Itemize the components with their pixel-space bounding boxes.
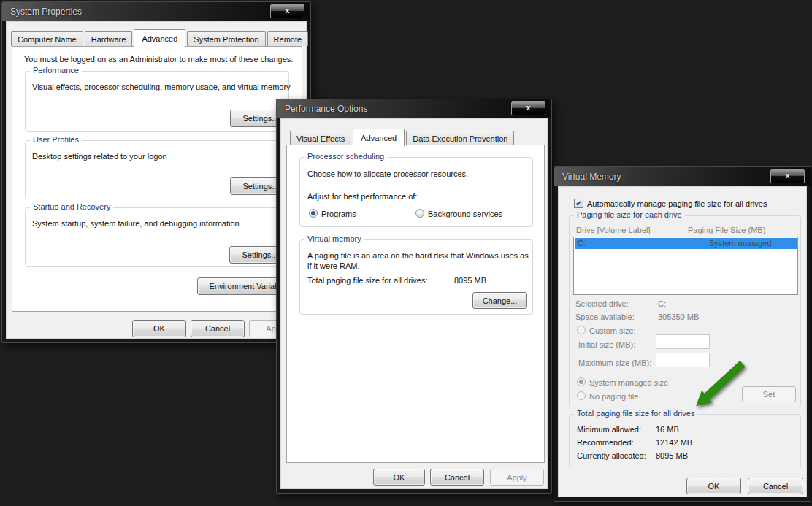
tab-remote[interactable]: Remote xyxy=(267,31,309,46)
window-title: System Properties xyxy=(10,7,82,17)
performance-options-content: Visual Effects Advanced Data Execution P… xyxy=(280,118,548,489)
no-paging-file-radio[interactable] xyxy=(577,391,586,400)
system-properties-titlebar[interactable]: System Properties x xyxy=(2,2,310,21)
system-properties-tabstrip: Computer Name Hardware Advanced System P… xyxy=(11,29,310,46)
programs-radio-label[interactable]: Programs xyxy=(321,210,356,218)
advanced-tab-page: Processor scheduling Choose how to alloc… xyxy=(286,145,545,463)
system-managed-radio-label[interactable]: System managed size xyxy=(589,378,668,387)
system-managed-radio[interactable] xyxy=(577,377,586,386)
close-icon[interactable]: x xyxy=(270,4,304,18)
currently-allocated-value: 8095 MB xyxy=(656,451,688,460)
auto-manage-checkbox[interactable]: ✔ xyxy=(574,199,583,208)
window-title: Performance Options xyxy=(285,104,367,114)
tab-advanced[interactable]: Advanced xyxy=(353,129,405,146)
selected-drive-value: C: xyxy=(658,299,666,308)
totals-group-label: Total paging file size for all drives xyxy=(574,409,697,418)
drive-list-selected-row[interactable]: C: System managed xyxy=(575,238,797,249)
paging-file-group: Paging file size for each drive Drive [V… xyxy=(569,215,801,407)
recommended-value: 12142 MB xyxy=(656,438,692,447)
tab-data-execution-prevention[interactable]: Data Execution Prevention xyxy=(406,131,514,145)
close-icon[interactable]: x xyxy=(511,101,545,115)
user-profiles-group: User Profiles Desktop settings related t… xyxy=(25,140,289,199)
background-services-radio[interactable] xyxy=(415,209,424,218)
startup-recovery-desc: System startup, system failure, and debu… xyxy=(32,219,240,228)
drive-list[interactable]: C: System managed xyxy=(573,237,798,295)
virtual-memory-window: Virtual Memory x ✔ Automatically manage … xyxy=(554,166,811,502)
ok-button[interactable]: OK xyxy=(132,320,186,337)
performance-options-tabstrip: Visual Effects Advanced Data Execution P… xyxy=(290,129,516,145)
window-title: Virtual Memory xyxy=(562,172,621,182)
total-paging-value: 8095 MB xyxy=(454,276,486,285)
maximum-size-label: Maximum size (MB): xyxy=(578,359,651,367)
processor-scheduling-desc: Choose how to allocate processor resourc… xyxy=(307,169,468,178)
paging-file-desc-line2: if it were RAM. xyxy=(307,261,360,270)
programs-radio[interactable] xyxy=(309,209,318,218)
tab-advanced[interactable]: Advanced xyxy=(134,29,185,47)
paging-file-desc-line1: A paging file is an area on the hard dis… xyxy=(307,251,529,260)
drive-column-header: Drive [Volume Label] xyxy=(576,226,651,234)
performance-group-label: Performance xyxy=(30,66,82,74)
custom-size-radio[interactable] xyxy=(577,326,586,334)
virtual-memory-group-label: Virtual memory xyxy=(304,234,364,243)
totals-group: Total paging file size for all drives Mi… xyxy=(569,414,801,469)
system-properties-window: System Properties x Computer Name Hardwa… xyxy=(1,1,311,343)
admin-note: You must be logged on as an Administrato… xyxy=(24,55,293,64)
selected-drive-label: Selected drive: xyxy=(575,299,629,308)
performance-options-window: Performance Options x Visual Effects Adv… xyxy=(276,99,552,494)
initial-size-label: Initial size (MB): xyxy=(578,340,635,349)
apply-button[interactable]: Apply xyxy=(490,469,544,486)
ok-button[interactable]: OK xyxy=(373,469,425,486)
performance-desc: Visual effects, processor scheduling, me… xyxy=(32,83,291,91)
custom-size-radio-label[interactable]: Custom size: xyxy=(589,326,636,335)
auto-manage-checkbox-label[interactable]: Automatically manage paging file size fo… xyxy=(587,199,767,208)
paging-size-cell: System managed xyxy=(709,239,772,248)
advanced-tab-page: You must be logged on as an Administrato… xyxy=(12,46,302,312)
minimum-allowed-value: 16 MB xyxy=(656,425,679,434)
space-available-value: 305350 MB xyxy=(658,313,699,321)
user-profiles-group-label: User Profiles xyxy=(30,135,82,144)
initial-size-field[interactable] xyxy=(656,334,710,349)
space-available-label: Space available: xyxy=(575,313,635,321)
virtual-memory-content: ✔ Automatically manage paging file size … xyxy=(558,186,807,497)
tab-computer-name[interactable]: Computer Name xyxy=(11,31,83,46)
close-icon[interactable]: x xyxy=(770,169,805,183)
processor-scheduling-group: Processor scheduling Choose how to alloc… xyxy=(299,157,533,227)
tab-system-protection[interactable]: System Protection xyxy=(187,31,265,46)
paging-size-column-header: Paging File Size (MB) xyxy=(688,226,765,234)
drive-cell: C: xyxy=(578,239,586,248)
tab-hardware[interactable]: Hardware xyxy=(85,31,133,46)
cancel-button[interactable]: Cancel xyxy=(748,478,803,494)
processor-scheduling-group-label: Processor scheduling xyxy=(304,152,387,161)
background-services-radio-label[interactable]: Background services xyxy=(428,210,502,218)
paging-file-group-label: Paging file size for each drive xyxy=(574,210,685,219)
set-button[interactable]: Set xyxy=(742,386,796,402)
minimum-allowed-label: Minimum allowed: xyxy=(577,425,641,434)
currently-allocated-label: Currently allocated: xyxy=(577,451,646,460)
green-arrow-icon xyxy=(686,359,748,412)
startup-recovery-group: Startup and Recovery System startup, sys… xyxy=(25,207,289,267)
startup-recovery-group-label: Startup and Recovery xyxy=(30,202,113,211)
total-paging-label: Total paging file size for all drives: xyxy=(307,276,427,285)
system-properties-content: Computer Name Hardware Advanced System P… xyxy=(6,21,307,339)
performance-options-titlebar[interactable]: Performance Options x xyxy=(277,99,551,118)
adjust-performance-label: Adjust for best performance of: xyxy=(307,192,417,201)
virtual-memory-titlebar[interactable]: Virtual Memory x xyxy=(554,167,811,186)
tab-visual-effects[interactable]: Visual Effects xyxy=(290,131,351,145)
cancel-button[interactable]: Cancel xyxy=(191,320,245,337)
change-button[interactable]: Change... xyxy=(472,292,527,309)
virtual-memory-group: Virtual memory A paging file is an area … xyxy=(299,239,533,315)
cancel-button[interactable]: Cancel xyxy=(430,469,484,486)
ok-button[interactable]: OK xyxy=(686,478,741,494)
recommended-label: Recommended: xyxy=(577,438,634,447)
user-profiles-desc: Desktop settings related to your logon xyxy=(32,152,167,161)
performance-group: Performance Visual effects, processor sc… xyxy=(25,71,289,132)
no-paging-file-radio-label[interactable]: No paging file xyxy=(589,392,638,401)
